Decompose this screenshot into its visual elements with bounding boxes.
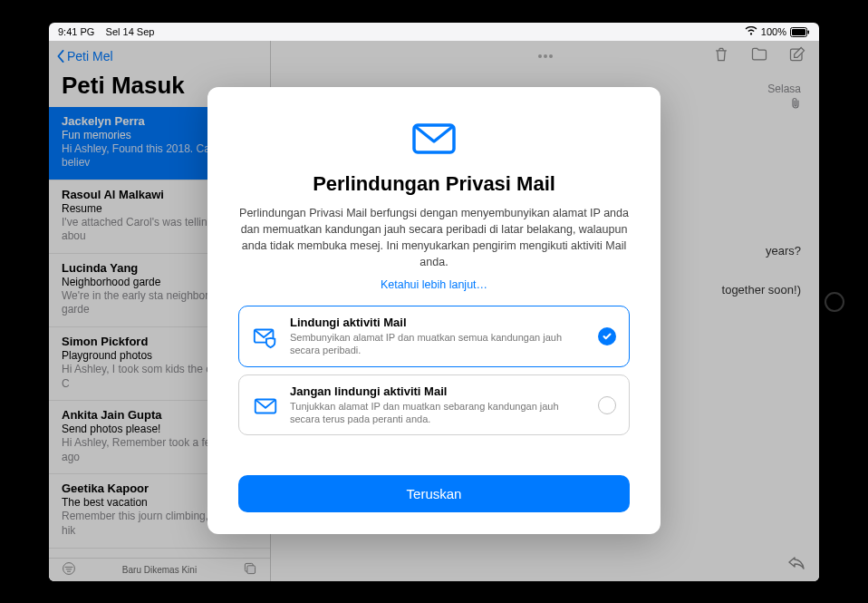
privacy-modal: Perlindungan Privasi Mail Perlindungan P…	[207, 87, 661, 535]
home-button[interactable]	[825, 292, 844, 312]
mail-shield-icon	[252, 323, 279, 350]
radio-selected-icon	[598, 327, 616, 345]
option-dont-protect[interactable]: Jangan lindungi aktiviti Mail Tunjukkan …	[238, 374, 630, 436]
svg-rect-2	[808, 30, 810, 34]
svg-rect-1	[792, 29, 805, 35]
learn-more-link[interactable]: Ketahui lebih lanjut…	[381, 278, 487, 291]
option-protect[interactable]: Lindungi aktiviti Mail Sembunyikan alama…	[238, 306, 630, 367]
option-desc: Sembunyikan alamat IP dan muatkan semua …	[290, 331, 587, 357]
continue-button[interactable]: Teruskan	[238, 475, 630, 512]
battery-icon	[790, 25, 810, 37]
option-title: Lindungi aktiviti Mail	[290, 316, 587, 329]
mail-open-icon	[252, 392, 279, 419]
battery-pct: 100%	[761, 26, 786, 37]
modal-title: Perlindungan Privasi Mail	[238, 172, 630, 196]
status-date: Sel 14 Sep	[106, 26, 155, 37]
ipad-frame: 9:41 PG Sel 14 Sep 100%	[13, 12, 855, 592]
modal-description: Perlindungan Privasi Mail berfungsi deng…	[238, 205, 630, 271]
modal-overlay: Perlindungan Privasi Mail Perlindungan P…	[49, 41, 819, 581]
mail-icon	[409, 112, 459, 163]
wifi-icon	[745, 26, 757, 37]
radio-unselected-icon	[598, 396, 616, 414]
option-desc: Tunjukkan alamat IP dan muatkan sebarang…	[290, 400, 587, 426]
status-time: 9:41 PG	[58, 26, 94, 37]
status-bar: 9:41 PG Sel 14 Sep 100%	[49, 23, 819, 41]
option-title: Jangan lindungi aktiviti Mail	[290, 384, 587, 398]
